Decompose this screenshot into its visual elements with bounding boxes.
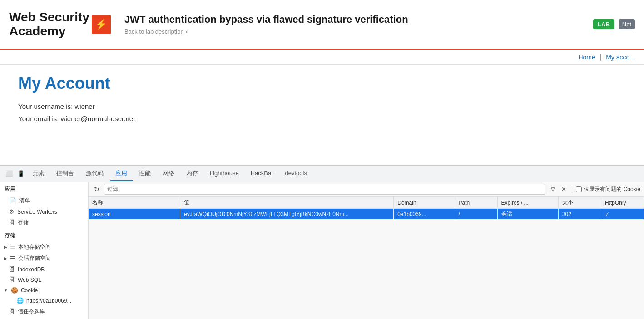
local-storage-expand-icon: ▶ (4, 245, 7, 250)
websql-icon: 🗄 (9, 276, 15, 283)
trust-tokens-label: 信任令牌库 (18, 308, 45, 315)
tab-devtools[interactable]: devtools (279, 167, 312, 180)
cell-expires: 会话 (497, 209, 558, 220)
only-issues-checkbox[interactable] (576, 186, 582, 192)
filter-funnel-icon[interactable]: ▽ (548, 185, 557, 194)
not-badge: Not (619, 19, 635, 29)
logo-text: Web Security Academy (9, 10, 89, 38)
session-storage-label: 会话存储空间 (18, 255, 51, 262)
cell-value: eyJraWQiOiJjODl0NmNjYS0zMWFjLTQ3MTgtYjBk… (180, 209, 394, 220)
username-line: Your username is: wiener (18, 100, 626, 113)
my-account-link[interactable]: My acco... (606, 54, 635, 61)
tab-memory[interactable]: 内存 (181, 167, 203, 181)
devtools-main-panel: ↻ ▽ ✕ 仅显示有问题的 Cookie 名称 (89, 182, 644, 319)
sidebar-item-trust-tokens[interactable]: 🗄 信任令牌库 (0, 306, 88, 317)
filter-divider (572, 186, 572, 193)
lab-badge: LAB (593, 19, 614, 29)
cell-httponly: ✓ (601, 209, 644, 220)
devtools-panel: ⬜ 📱 元素 控制台 源代码 应用 性能 网络 内存 Lighthouse Ha… (0, 165, 644, 319)
tab-sources[interactable]: 源代码 (80, 167, 109, 181)
sidebar-item-manifest[interactable]: 📄 清单 (0, 195, 88, 206)
devtools-body: 应用 📄 清单 ⚙ Service Workers 🗄 存储 存储 ▶ ☰ 本地… (0, 182, 644, 319)
col-header-size: 大小 (558, 197, 601, 209)
sidebar-item-cookie-url[interactable]: 🌐 https://0a1b0069... (0, 295, 88, 306)
tab-network[interactable]: 网络 (157, 167, 180, 181)
filter-bar: ↻ ▽ ✕ 仅显示有问题的 Cookie (89, 182, 644, 197)
cookie-url-label: https://0a1b0069... (26, 298, 71, 304)
main-content: My Account Your username is: wiener Your… (0, 65, 644, 165)
account-info: Your username is: wiener Your email is: … (18, 100, 626, 125)
header-title: JWT authentication bypass via flawed sig… (124, 14, 584, 25)
tab-performance[interactable]: 性能 (134, 167, 156, 181)
sidebar-item-indexeddb[interactable]: 🗄 IndexedDB (0, 264, 88, 275)
websql-label: Web SQL (18, 277, 41, 283)
cookie-label: Cookie (21, 287, 38, 294)
table-header-row: 名称 值 Domain Path Expires / ... 大小 HttpOn… (89, 197, 644, 209)
col-header-domain: Domain (394, 197, 455, 209)
storage-app-label: 存储 (18, 219, 29, 226)
service-workers-label: Service Workers (17, 209, 57, 215)
indexeddb-label: IndexedDB (18, 266, 45, 273)
devtools-tabs: ⬜ 📱 元素 控制台 源代码 应用 性能 网络 内存 Lighthouse Ha… (0, 166, 644, 182)
session-storage-icon: ☰ (10, 255, 15, 262)
tab-elements[interactable]: 元素 (27, 167, 50, 181)
cell-path: / (455, 209, 497, 220)
app-section-header: 应用 (0, 182, 88, 195)
indexeddb-icon: 🗄 (9, 266, 15, 273)
cookie-expand-icon: ▼ (4, 288, 8, 293)
back-to-lab-link[interactable]: Back to lab description » (124, 28, 584, 35)
cookies-data-table: 名称 值 Domain Path Expires / ... 大小 HttpOn… (89, 197, 644, 219)
storage-section-header: 存储 (0, 228, 88, 241)
sidebar-item-websql[interactable]: 🗄 Web SQL (0, 275, 88, 285)
cookie-icon: 🍪 (11, 287, 18, 294)
cell-size: 302 (558, 209, 601, 220)
tab-console[interactable]: 控制台 (51, 167, 79, 181)
cookie-url-icon: 🌐 (16, 297, 24, 304)
tab-application[interactable]: 应用 (110, 167, 133, 181)
tab-lighthouse[interactable]: Lighthouse (204, 167, 244, 180)
col-header-value: 值 (180, 197, 394, 209)
local-storage-icon: ☰ (10, 244, 15, 250)
top-header: Web Security Academy ⚡ JWT authenticatio… (0, 0, 644, 50)
session-storage-expand-icon: ▶ (4, 256, 7, 261)
sidebar-item-storage-app[interactable]: 🗄 存储 (0, 217, 88, 228)
filter-clear-icon[interactable]: ✕ (559, 185, 568, 194)
col-header-name: 名称 (89, 197, 180, 209)
col-header-httponly: HttpOnly (601, 197, 644, 209)
refresh-button[interactable]: ↻ (92, 185, 101, 194)
col-header-expires: Expires / ... (497, 197, 558, 209)
filter-actions: ▽ ✕ 仅显示有问题的 Cookie (548, 185, 640, 194)
page-title: My Account (18, 74, 626, 93)
devtools-sidebar: 应用 📄 清单 ⚙ Service Workers 🗄 存储 存储 ▶ ☰ 本地… (0, 182, 89, 319)
manifest-label: 清单 (19, 197, 30, 205)
only-issues-label[interactable]: 仅显示有问题的 Cookie (576, 186, 640, 193)
filter-input[interactable] (104, 184, 545, 195)
logo-area: Web Security Academy ⚡ (9, 10, 111, 39)
col-header-path: Path (455, 197, 497, 209)
sidebar-item-local-storage[interactable]: ▶ ☰ 本地存储空间 (0, 241, 88, 253)
sidebar-item-service-workers[interactable]: ⚙ Service Workers (0, 206, 88, 217)
manifest-icon: 📄 (9, 197, 16, 204)
devtools-mobile-icon[interactable]: 📱 (15, 168, 26, 179)
local-storage-label: 本地存储空间 (18, 243, 51, 251)
sidebar-item-cookie[interactable]: ▼ 🍪 Cookie (0, 285, 88, 295)
service-workers-icon: ⚙ (9, 208, 15, 215)
email-line: Your email is: wiener@normal-user.net (18, 113, 626, 125)
cell-name: session (89, 209, 180, 220)
header-right: JWT authentication bypass via flawed sig… (124, 14, 584, 35)
home-link[interactable]: Home (578, 54, 595, 61)
tab-hackbar[interactable]: HackBar (245, 167, 279, 180)
storage-app-icon: 🗄 (9, 219, 15, 226)
cell-domain: 0a1b0069... (394, 209, 455, 220)
cookie-table: 名称 值 Domain Path Expires / ... 大小 HttpOn… (89, 197, 644, 319)
page-nav: Home | My acco... (0, 50, 644, 65)
devtools-pointer-icon[interactable]: ⬜ (4, 168, 15, 179)
logo-icon: ⚡ (92, 15, 111, 34)
sidebar-item-session-storage[interactable]: ▶ ☰ 会话存储空间 (0, 253, 88, 264)
table-row[interactable]: session eyJraWQiOiJjODl0NmNjYS0zMWFjLTQ3… (89, 209, 644, 220)
trust-tokens-icon: 🗄 (9, 308, 15, 315)
